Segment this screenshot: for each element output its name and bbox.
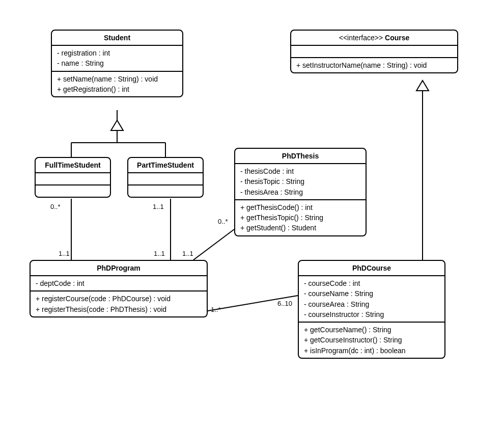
op: + isInProgram(dc : int) : boolean (304, 346, 439, 356)
class-thesis-ops: + getThesisCode() : int + getThesisTopic… (235, 200, 366, 235)
multiplicity: 1..1 (154, 250, 165, 257)
attr: - deptCode : int (36, 278, 202, 288)
class-program-ops: + registerCourse(code : PhDCourse) : voi… (31, 291, 207, 316)
triangle-icon (111, 120, 123, 130)
class-parttime-title: PartTimeStudent (128, 158, 203, 173)
attr: - courseInstructor : String (304, 309, 439, 320)
class-thesis-title: PhDThesis (235, 149, 366, 164)
attr: - registration : int (57, 48, 177, 58)
class-parttime-attrs (128, 173, 203, 185)
class-course: <<interface>> Course + setInstructorName… (290, 30, 458, 73)
multiplicity: 1..* (211, 306, 221, 313)
op: + getCourseInstructor() : String (304, 335, 439, 345)
class-fulltime-attrs (36, 173, 110, 185)
class-thesis: PhDThesis - thesisCode : int - thesisTop… (234, 148, 367, 236)
class-fulltime-title: FullTimeStudent (36, 158, 110, 173)
multiplicity: 1..1 (182, 250, 193, 257)
attr: - thesisCode : int (240, 166, 360, 176)
stereotype: <<interface>> (339, 34, 383, 42)
class-program: PhDProgram - deptCode : int + registerCo… (30, 260, 208, 317)
attr: - name : String (57, 58, 177, 68)
class-parttime-ops (128, 185, 203, 197)
multiplicity: 1..1 (59, 250, 70, 257)
op: + getThesisTopic() : String (240, 213, 360, 223)
class-course-attrs (291, 46, 457, 58)
class-fulltime-ops (36, 185, 110, 197)
op: + setName(name : String) : void (57, 74, 177, 84)
triangle-icon (416, 81, 429, 91)
class-phdcourse-title: PhDCourse (299, 261, 444, 276)
class-thesis-attrs: - thesisCode : int - thesisTopic : Strin… (235, 164, 366, 200)
class-fulltime: FullTimeStudent (35, 157, 111, 198)
op: + getRegistration() : int (57, 84, 177, 94)
class-student-title: Student (52, 31, 182, 46)
attr: - courseName : String (304, 288, 439, 299)
attr: - courseCode : int (304, 278, 439, 288)
class-program-title: PhDProgram (31, 261, 207, 276)
op: + getCourseName() : String (304, 325, 439, 335)
op: + registerCourse(code : PhDCourse) : voi… (36, 294, 202, 304)
class-phdcourse: PhDCourse - courseCode : int - courseNam… (298, 260, 445, 359)
attr: - thesisTopic : String (240, 176, 360, 187)
attr: - thesisArea : String (240, 187, 360, 197)
op: + getThesisCode() : int (240, 202, 360, 213)
op: + registerThesis(code : PhDThesis) : voi… (36, 304, 202, 314)
class-course-title: <<interface>> Course (291, 31, 457, 46)
svg-line-8 (193, 229, 234, 260)
attr: - courseArea : String (304, 299, 439, 309)
uml-diagram: Student - registration : int - name : St… (0, 0, 504, 425)
op: + getStudent() : Student (240, 223, 360, 233)
multiplicity: 0..* (50, 203, 61, 210)
class-program-attrs: - deptCode : int (31, 276, 207, 291)
class-student-attrs: - registration : int - name : String (52, 46, 182, 72)
class-phdcourse-attrs: - courseCode : int - courseName : String… (299, 276, 444, 323)
multiplicity: 6..10 (277, 300, 292, 307)
multiplicity: 1..1 (153, 203, 164, 210)
class-phdcourse-ops: + getCourseName() : String + getCourseIn… (299, 323, 444, 358)
class-course-ops: + setInstructorName(name : String) : voi… (291, 58, 457, 72)
class-student: Student - registration : int - name : St… (51, 30, 183, 97)
op: + setInstructorName(name : String) : voi… (296, 60, 452, 70)
class-student-ops: + setName(name : String) : void + getReg… (52, 72, 182, 97)
multiplicity: 0..* (218, 218, 228, 225)
class-name: Course (385, 34, 409, 42)
class-parttime: PartTimeStudent (127, 157, 204, 198)
